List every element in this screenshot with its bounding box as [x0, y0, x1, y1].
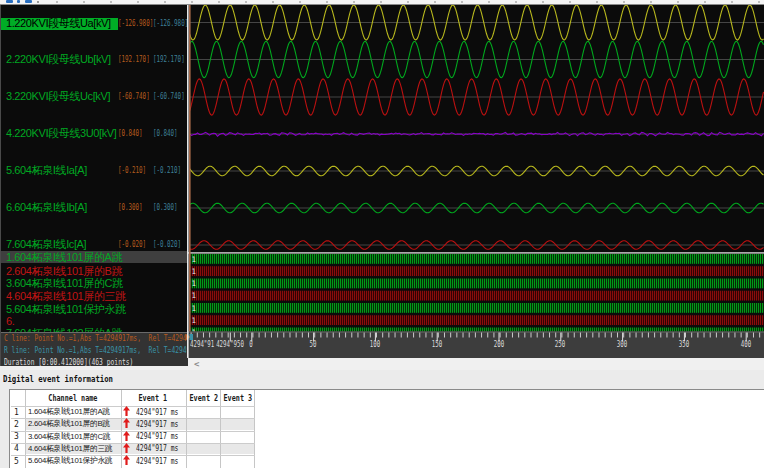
grid-line [121, 390, 122, 468]
digital-state-value: 1 [192, 304, 197, 313]
event-channel-name: 3.604柘泉Ⅰ线101屏的C跳 [28, 432, 110, 441]
waveform-plot[interactable]: 1111111 [0, 4, 764, 370]
grid-line [220, 390, 221, 468]
column-header-channel-name[interactable]: Channel name [48, 394, 97, 403]
event-time: 4294"917 ms [136, 408, 178, 417]
toolbar-icon[interactable] [17, 0, 20, 3]
digital-state-value: 1 [192, 255, 197, 264]
digital-state-value: 1 [192, 279, 197, 288]
waveform-viewer: 1.220KVⅠ段母线Ua[kV] 2.220KVⅠ段母线Ub[kV] 3.22… [0, 4, 764, 370]
digital-signal-bar [191, 315, 764, 325]
r-cursor-flag-icon [190, 334, 194, 340]
digital-signal-bar [191, 266, 764, 276]
event-time: 4294"917 ms [136, 444, 178, 453]
digital-signal-bar [191, 328, 764, 332]
rising-edge-icon [123, 418, 130, 428]
row-number: 3 [14, 432, 19, 441]
grid-line [186, 390, 187, 468]
event-channel-name: 4.604柘泉Ⅰ线101屏的三跳 [28, 444, 112, 453]
digital-state-value: 1 [192, 291, 197, 300]
rising-edge-icon [123, 455, 130, 465]
digital-state-value: 1 [192, 316, 197, 325]
rising-edge-icon [123, 406, 130, 416]
row-number: 2 [14, 420, 19, 429]
row-number: 4 [14, 444, 19, 453]
rising-edge-icon [123, 443, 130, 453]
oscillography-app: 1.220KVⅠ段母线Ua[kV] 2.220KVⅠ段母线Ub[kV] 3.22… [0, 0, 764, 468]
digital-state-value: 1 [192, 267, 197, 276]
event-panel-title: Digital event information [3, 374, 113, 384]
event-channel-name: 1.604柘泉Ⅰ线101屏的A跳 [28, 407, 110, 416]
digital-signal-bar [191, 303, 764, 313]
cursor-vertical-line [189, 5, 191, 332]
horizontal-scrollbar[interactable]: < [188, 358, 764, 370]
event-time: 4294"917 ms [136, 420, 178, 429]
event-channel-name: 2.604柘泉Ⅰ线101屏的B跳 [28, 419, 110, 428]
digital-signal-bar [191, 279, 764, 289]
rising-edge-icon [123, 431, 130, 441]
event-table: Channel name Event 1 Event 2 Event 3 1 1… [9, 389, 764, 468]
toolbar-separator [37, 1, 39, 3]
event-time: 4294"917 ms [136, 432, 178, 441]
column-header-event1[interactable]: Event 1 [138, 394, 167, 403]
column-header-event3[interactable]: Event 3 [224, 394, 253, 403]
column-header-event2[interactable]: Event 2 [190, 394, 219, 403]
event-channel-name: 5.604柘泉Ⅰ线101保护永跳 [28, 456, 112, 465]
event-time: 4294"917 ms [136, 457, 178, 466]
digital-signal-bar [191, 254, 764, 264]
toolbar-icon[interactable] [25, 0, 32, 3]
grid-line [254, 390, 255, 468]
row-number: 1 [14, 408, 19, 417]
grid-line [25, 390, 26, 468]
row-number: 5 [14, 457, 19, 466]
toolbar-items-clipped [40, 1, 764, 3]
panel-divider [187, 5, 189, 358]
scroll-left-arrow-icon[interactable]: < [194, 359, 199, 369]
digital-signal-bar [191, 291, 764, 301]
toolbar-icon[interactable] [6, 0, 13, 3]
digital-event-panel: Digital event information Channel name E… [0, 370, 764, 468]
